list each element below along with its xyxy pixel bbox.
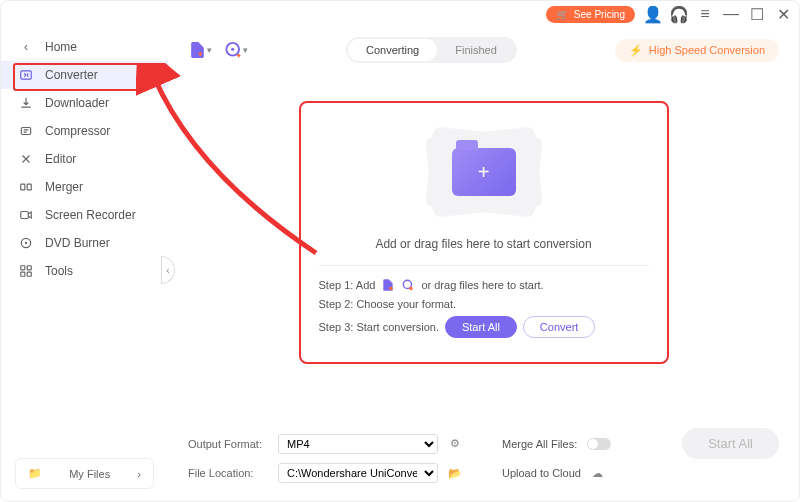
open-folder-icon[interactable]: 📂 — [448, 466, 462, 480]
sidebar-label: Merger — [45, 180, 83, 194]
merge-toggle[interactable] — [587, 438, 611, 450]
sidebar-label: DVD Burner — [45, 236, 110, 250]
sidebar-label: Converter — [45, 68, 98, 82]
steps: Step 1: Add or drag files here to start.… — [319, 278, 649, 338]
compressor-icon — [19, 124, 33, 138]
cloud-icon[interactable]: ☁ — [591, 466, 605, 480]
svg-rect-1 — [21, 128, 30, 135]
folder-icon: 📁 — [28, 467, 42, 480]
convert-button[interactable]: Convert — [523, 316, 596, 338]
sidebar-item-downloader[interactable]: Downloader — [1, 89, 168, 117]
sidebar-item-editor[interactable]: Editor — [1, 145, 168, 173]
high-speed-conversion-button[interactable]: ⚡ High Speed Conversion — [615, 39, 779, 62]
hsc-label: High Speed Conversion — [649, 44, 765, 56]
sidebar-label: Editor — [45, 152, 76, 166]
sidebar-item-dvd-burner[interactable]: DVD Burner — [1, 229, 168, 257]
step1-suffix: or drag files here to start. — [421, 279, 543, 291]
add-disc-icon[interactable]: ▾ — [224, 38, 248, 62]
sidebar-item-home[interactable]: ‹ Home — [1, 33, 168, 61]
svg-rect-4 — [21, 212, 29, 219]
svg-point-15 — [410, 287, 414, 291]
drop-zone[interactable]: + Add or drag files here to start conver… — [299, 101, 669, 364]
divider — [319, 265, 649, 266]
tools-icon — [19, 264, 33, 278]
svg-rect-7 — [21, 266, 25, 270]
add-disc-mini-icon — [401, 278, 415, 292]
toolbar: ▾ ▾ Converting Finished ⚡ High Speed Con… — [188, 37, 779, 63]
merge-label: Merge All Files: — [502, 438, 577, 450]
cart-icon: 🛒 — [556, 9, 568, 20]
upload-cloud-label: Upload to Cloud — [502, 467, 581, 479]
download-icon — [19, 96, 33, 110]
step1-prefix: Step 1: Add — [319, 279, 376, 291]
file-location-select[interactable]: C:\Wondershare UniConverter — [278, 463, 438, 483]
close-icon[interactable]: ✕ — [775, 6, 791, 22]
support-icon[interactable]: 🎧 — [671, 6, 687, 22]
svg-point-6 — [25, 242, 27, 244]
svg-rect-8 — [27, 266, 31, 270]
output-format-label: Output Format: — [188, 438, 268, 450]
drop-zone-illustration: + — [319, 117, 649, 227]
footer-bar: Output Format: MP4 ⚙ Merge All Files: St… — [188, 424, 779, 487]
maximize-icon[interactable]: ☐ — [749, 6, 765, 22]
output-format-select[interactable]: MP4 — [278, 434, 438, 454]
tab-converting[interactable]: Converting — [348, 39, 437, 61]
see-pricing-label: See Pricing — [574, 9, 625, 20]
file-location-label: File Location: — [188, 467, 268, 479]
sidebar-label: Tools — [45, 264, 73, 278]
svg-rect-10 — [27, 272, 31, 276]
sidebar-label: Home — [45, 40, 77, 54]
menu-icon[interactable]: ≡ — [697, 6, 713, 22]
main-panel: ▾ ▾ Converting Finished ⚡ High Speed Con… — [168, 27, 799, 501]
my-files-button[interactable]: 📁 My Files › — [15, 458, 154, 489]
titlebar: 🛒 See Pricing 👤 🎧 ≡ — ☐ ✕ — [1, 1, 799, 27]
svg-rect-2 — [21, 184, 25, 190]
svg-point-13 — [390, 287, 394, 291]
chevron-right-icon: › — [137, 468, 141, 480]
sidebar-label: Compressor — [45, 124, 110, 138]
sidebar-item-merger[interactable]: Merger — [1, 173, 168, 201]
start-all-footer-button[interactable]: Start All — [682, 428, 779, 459]
see-pricing-button[interactable]: 🛒 See Pricing — [546, 6, 635, 23]
merger-icon — [19, 180, 33, 194]
tab-finished[interactable]: Finished — [437, 39, 515, 61]
folder-plus-icon: + — [452, 148, 516, 196]
dvd-icon — [19, 236, 33, 250]
tabs: Converting Finished — [346, 37, 517, 63]
sidebar-item-compressor[interactable]: Compressor — [1, 117, 168, 145]
recorder-icon — [19, 208, 33, 222]
svg-rect-3 — [27, 184, 31, 190]
sidebar-item-tools[interactable]: Tools — [1, 257, 168, 285]
add-file-mini-icon — [381, 278, 395, 292]
editor-icon — [19, 152, 33, 166]
svg-rect-9 — [21, 272, 25, 276]
bolt-icon: ⚡ — [629, 44, 643, 57]
sidebar-item-screen-recorder[interactable]: Screen Recorder — [1, 201, 168, 229]
step2-text: Step 2: Choose your format. — [319, 298, 457, 310]
chevron-left-icon: ‹ — [19, 40, 33, 54]
add-file-icon[interactable]: ▾ — [188, 38, 212, 62]
drop-zone-text: Add or drag files here to start conversi… — [319, 237, 649, 251]
my-files-label: My Files — [69, 468, 110, 480]
converter-icon — [19, 68, 33, 82]
sidebar-label: Downloader — [45, 96, 109, 110]
minimize-icon[interactable]: — — [723, 6, 739, 22]
user-icon[interactable]: 👤 — [645, 6, 661, 22]
step3-text: Step 3: Start conversion. — [319, 321, 439, 333]
sidebar: ‹ Home Converter Downloader Compressor E… — [1, 27, 168, 501]
start-all-button[interactable]: Start All — [445, 316, 517, 338]
svg-point-12 — [231, 48, 234, 51]
sidebar-item-converter[interactable]: Converter — [1, 61, 168, 89]
sidebar-label: Screen Recorder — [45, 208, 136, 222]
settings-icon[interactable]: ⚙ — [448, 437, 462, 451]
